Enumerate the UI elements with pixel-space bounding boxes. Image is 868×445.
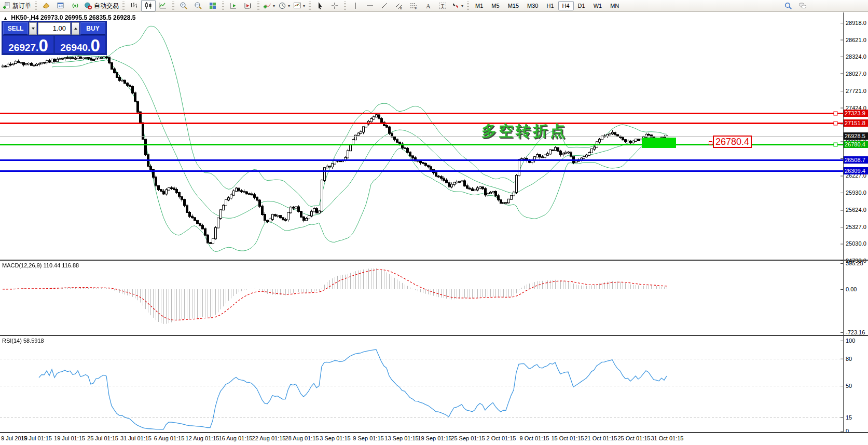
buy-price-display[interactable]: 26940.0 — [55, 36, 105, 53]
highlight-rectangle[interactable] — [642, 138, 676, 148]
market-watch-button[interactable] — [39, 0, 53, 11]
line-chart-icon — [159, 2, 167, 10]
price-tick-label: 28324.0 — [846, 53, 866, 60]
template-icon — [293, 2, 301, 10]
price-tick-label: 25930.0 — [846, 190, 866, 196]
chat-icon — [798, 2, 807, 10]
macd-axis-label: 395.25 — [846, 260, 863, 266]
pane-separator[interactable] — [0, 432, 868, 433]
price-tick-label: 27721.0 — [846, 88, 866, 94]
date-tick-label: 31 Jul 01:15 — [120, 435, 151, 441]
zoom-in-button[interactable] — [176, 0, 191, 11]
date-tick-label: 12 Aug 01:15 — [186, 435, 219, 441]
mt4-terminal-window: 新订单自动交易▾▾▾EFAT▾M1M5M15M30H1H4D1W1MN ▲ HK… — [0, 0, 868, 445]
zoom-out-icon — [194, 2, 202, 10]
auto-trading-button-label: 自动交易 — [94, 2, 119, 10]
timeframe-m30-button[interactable]: M30 — [523, 1, 542, 10]
toolbar-grip[interactable] — [35, 2, 37, 10]
time-axis[interactable]: 9 Jul 201915 Jul 01:1519 Jul 01:1525 Jul… — [0, 433, 868, 445]
toolbar-grip[interactable] — [467, 2, 469, 10]
timeframe-m15-button[interactable]: M15 — [504, 1, 523, 10]
candlestick-chart-button[interactable] — [141, 0, 156, 11]
zoom-out-button[interactable] — [191, 0, 205, 11]
signal-button[interactable] — [68, 0, 82, 11]
vertical-line-button[interactable] — [348, 0, 363, 11]
templates-button[interactable]: ▾ — [292, 0, 307, 11]
indicators-button[interactable]: ▾ — [261, 0, 277, 11]
chart-ohlc-title: ▲ HK50-,H4 26973.0 26995.5 26835.5 26928… — [3, 14, 135, 21]
text-button[interactable]: A — [421, 0, 435, 11]
price-level-label: 26780.4 — [844, 141, 868, 148]
volume-decrease-button[interactable] — [29, 22, 37, 35]
bar-chart-button[interactable] — [127, 0, 141, 11]
price-tick-label: 25030.0 — [846, 240, 866, 247]
line-chart-button[interactable] — [156, 0, 170, 11]
equidistant-channel-button[interactable]: E — [392, 0, 406, 11]
date-tick-label: 15 Jul 01:15 — [21, 435, 52, 441]
chat-button[interactable] — [795, 0, 810, 11]
svg-text:A: A — [426, 3, 431, 10]
search-icon — [784, 2, 792, 10]
date-tick-label: 25 Sep 01:15 — [451, 435, 485, 441]
bar-chart-icon — [130, 2, 138, 10]
timeframe-h4-button[interactable]: H4 — [558, 1, 574, 10]
volume-increase-button[interactable] — [72, 22, 79, 35]
timeframe-h1-button[interactable]: H1 — [542, 1, 558, 10]
arrows-button[interactable]: ▾ — [450, 0, 465, 11]
chart-shift-icon — [244, 2, 252, 10]
chart-shift-button[interactable] — [241, 0, 255, 11]
rsi-axis-label: 50 — [846, 383, 852, 389]
periods-button[interactable]: ▾ — [277, 0, 292, 11]
auto-trading-button[interactable]: 自动交易 — [82, 0, 120, 11]
buy-price-main: 26940 — [60, 43, 88, 52]
data-window-button[interactable] — [53, 0, 68, 11]
rsi-axis-label: 0 — [846, 428, 849, 434]
toolbar-grip[interactable] — [122, 2, 125, 10]
pane-separator[interactable] — [0, 260, 868, 261]
sell-price-display[interactable]: 26927.0 — [3, 36, 53, 53]
date-tick-label: 22 Aug 01:15 — [252, 435, 286, 441]
trendline-icon — [380, 2, 389, 10]
toolbar-grip[interactable] — [344, 2, 346, 10]
volume-input[interactable]: 1.00 — [38, 22, 71, 35]
equidistant-channel-icon: E — [395, 2, 403, 10]
trendline-button[interactable] — [377, 0, 392, 11]
buy-button[interactable]: BUY — [80, 22, 105, 35]
pane-separator[interactable] — [0, 335, 868, 336]
cursor-button[interactable] — [313, 0, 327, 11]
timeframe-m1-button[interactable]: M1 — [471, 1, 487, 10]
tile-windows-icon — [209, 2, 217, 10]
zoom-in-icon — [180, 2, 188, 10]
crosshair-button[interactable] — [327, 0, 342, 11]
date-tick-label: 2 Oct 01:15 — [487, 435, 516, 441]
tile-windows-button[interactable] — [205, 0, 220, 11]
new-order-button[interactable]: 新订单 — [1, 0, 33, 11]
chart-annotation-text[interactable]: 多空转折点 — [481, 121, 567, 142]
toolbar-grip[interactable] — [172, 2, 174, 10]
text-label-button[interactable]: T — [435, 0, 450, 11]
macd-axis-label: 0.00 — [846, 286, 857, 292]
date-tick-label: 9 Oct 01:15 — [520, 435, 549, 441]
rsi-axis-label: 15 — [846, 414, 852, 421]
level-price-callout[interactable]: 26780.4 — [713, 136, 752, 148]
timeframe-mn-button[interactable]: MN — [606, 1, 623, 10]
fibonacci-button[interactable]: F — [406, 0, 421, 11]
date-tick-label: 16 Aug 01:15 — [219, 435, 253, 441]
new-order-icon — [3, 2, 11, 10]
toolbar-grip[interactable] — [257, 2, 259, 10]
auto-scroll-button[interactable] — [226, 0, 241, 11]
main-toolbar: 新订单自动交易▾▾▾EFAT▾M1M5M15M30H1H4D1W1MN — [0, 0, 868, 12]
sell-price-pip: 0 — [38, 38, 48, 52]
search-button[interactable] — [781, 0, 795, 11]
toolbar-grip[interactable] — [309, 2, 311, 10]
chevron-down-icon: ▾ — [273, 4, 275, 8]
svg-text:F: F — [415, 7, 417, 10]
timeframe-d1-button[interactable]: D1 — [574, 1, 589, 10]
sell-button[interactable]: SELL — [3, 22, 28, 35]
date-tick-label: 19 Sep 01:15 — [418, 435, 451, 441]
timeframe-w1-button[interactable]: W1 — [589, 1, 607, 10]
timeframe-m5-button[interactable]: M5 — [487, 1, 503, 10]
toolbar-grip[interactable] — [222, 2, 224, 10]
horizontal-line-button[interactable] — [363, 0, 377, 11]
price-chart-canvas[interactable] — [0, 12, 844, 433]
